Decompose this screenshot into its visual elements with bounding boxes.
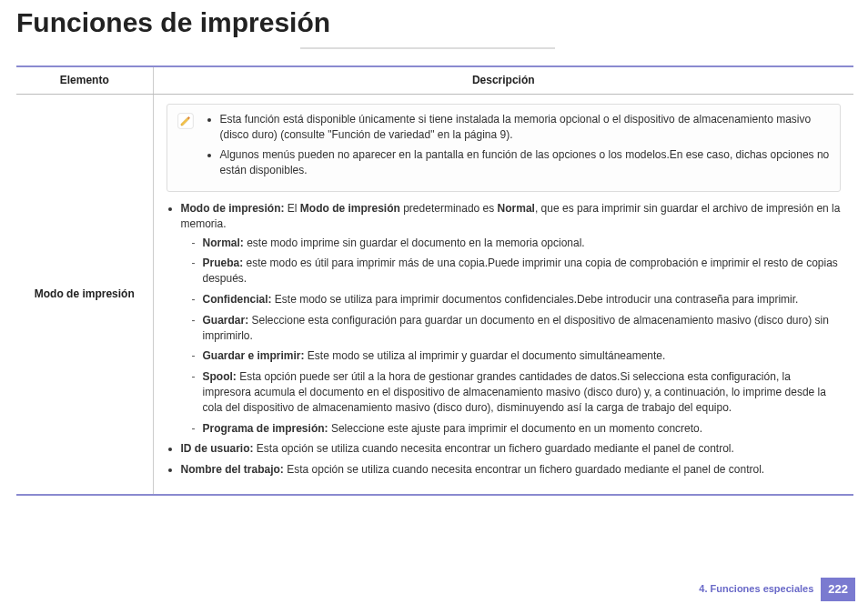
title-underline <box>300 47 555 49</box>
pencil-note-icon <box>177 112 195 130</box>
sub-guardar: Guardar: Seleccione esta configuración p… <box>192 313 842 344</box>
footer-chapter: 4. Funciones especiales <box>699 582 813 596</box>
item-modo-impresion: Modo de impresión: El Modo de impresión … <box>181 201 842 436</box>
header-description: Descripción <box>153 66 853 94</box>
item-id-usuario: ID de usuario: Esta opción se utiliza cu… <box>181 441 842 457</box>
bold-label: Modo de impresión: <box>181 202 285 215</box>
header-element: Elemento <box>16 66 153 94</box>
footer-page-number: 222 <box>821 578 855 601</box>
sub-confidencial: Confidencial: Este modo se utiliza para … <box>192 292 842 307</box>
item-nombre-trabajo: Nombre del trabajo: Esta opción se utili… <box>181 462 842 478</box>
sub-prueba: Prueba: este modo es útil para imprimir … <box>192 256 842 287</box>
page-title: Funciones de impresión <box>0 0 868 47</box>
sub-guardar-imprimir: Guardar e imprimir: Este modo se utiliza… <box>192 348 842 364</box>
page-footer: 4. Funciones especiales 222 <box>699 578 855 601</box>
sub-normal: Normal: este modo imprime sin guardar el… <box>192 236 842 251</box>
note-box: Esta función está disponible únicamente … <box>167 104 842 192</box>
sub-spool: Spool: Esta opción puede ser útil a la h… <box>192 369 842 415</box>
note-item: Algunos menús pueden no aparecer en la p… <box>220 147 832 178</box>
note-item: Esta función está disponible únicamente … <box>220 112 832 143</box>
sub-programa: Programa de impresión: Seleccione este a… <box>192 421 842 437</box>
row-label: Modo de impresión <box>16 94 153 495</box>
description-table: Elemento Descripción Modo de impresión <box>16 65 853 496</box>
